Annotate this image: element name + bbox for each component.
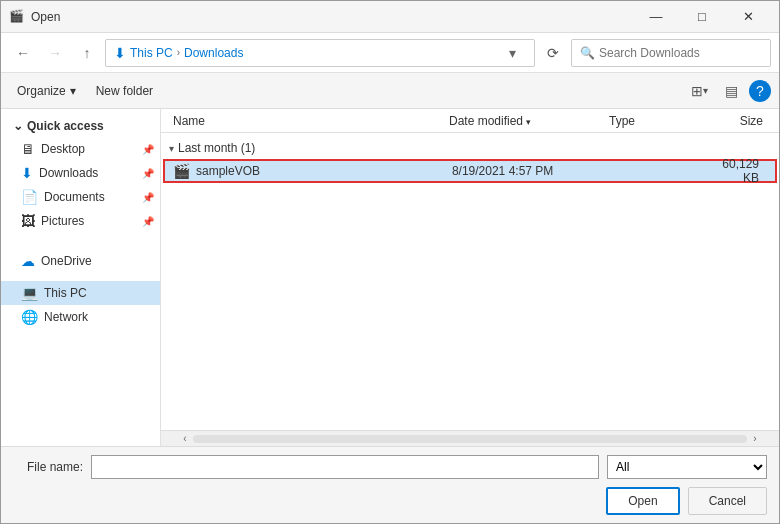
downloads-label: Downloads — [39, 166, 98, 180]
main-content: ⌄ Quick access 🖥 Desktop 📌 ⬇ Downloads 📌… — [1, 109, 779, 446]
close-button[interactable]: ✕ — [725, 1, 771, 33]
filetype-select[interactable]: All — [607, 455, 767, 479]
address-bar-icon: ⬇ — [114, 45, 126, 61]
sidebar-item-thispc[interactable]: 💻 This PC — [1, 281, 160, 305]
address-path: This PC › Downloads — [130, 46, 494, 60]
file-size-samplevob: 60,129 KB — [722, 157, 767, 185]
file-icon-samplevob: 🎬 — [173, 163, 190, 179]
hscroll-left-button[interactable]: ‹ — [177, 431, 193, 447]
window-title: Open — [31, 10, 60, 24]
search-input[interactable] — [599, 46, 762, 60]
desktop-icon: 🖥 — [21, 141, 35, 157]
onedrive-label: OneDrive — [41, 254, 92, 268]
organize-arrow: ▾ — [70, 84, 76, 98]
thispc-label: This PC — [44, 286, 87, 300]
sidebar-item-network[interactable]: 🌐 Network — [1, 305, 160, 329]
column-header: Name Date modified ▾ Type Size — [161, 109, 779, 133]
filetype-select-wrapper: All — [607, 455, 767, 479]
path-root[interactable]: This PC — [130, 46, 173, 60]
toolbar: Organize ▾ New folder ⊞ ▾ ▤ ? — [1, 73, 779, 109]
view-icon: ⊞ — [691, 83, 703, 99]
search-box: 🔍 — [571, 39, 771, 67]
sidebar-item-onedrive[interactable]: ☁ OneDrive — [1, 249, 160, 273]
open-button[interactable]: Open — [606, 487, 679, 515]
new-folder-button[interactable]: New folder — [88, 78, 161, 104]
sidebar-item-pictures[interactable]: 🖼 Pictures 📌 — [1, 209, 160, 233]
view-toggle-button[interactable]: ⊞ ▾ — [685, 78, 713, 104]
hscroll-track[interactable] — [193, 435, 747, 443]
help-button[interactable]: ? — [749, 80, 771, 102]
title-bar: 🎬 Open — □ ✕ — [1, 1, 779, 33]
file-list: ▾ Last month (1) 🎬 sampleVOB 8/19/2021 4… — [161, 133, 779, 430]
quick-access-header: ⌄ Quick access — [1, 113, 160, 137]
col-size-header[interactable]: Size — [729, 114, 771, 128]
hscroll-right-button[interactable]: › — [747, 431, 763, 447]
sidebar-item-downloads[interactable]: ⬇ Downloads 📌 — [1, 161, 160, 185]
group-header-last-month: ▾ Last month (1) — [161, 137, 779, 159]
path-separator: › — [177, 47, 180, 58]
refresh-button[interactable]: ⟳ — [539, 39, 567, 67]
nav-bar: ← → ↑ ⬇ This PC › Downloads ▾ ⟳ 🔍 — [1, 33, 779, 73]
horizontal-scrollbar: ‹ › — [161, 430, 779, 446]
organize-label: Organize — [17, 84, 66, 98]
title-bar-left: 🎬 Open — [9, 9, 60, 25]
filename-row: File name: All — [13, 455, 767, 479]
view-dropdown-arrow: ▾ — [703, 85, 708, 96]
pictures-icon: 🖼 — [21, 213, 35, 229]
file-name-samplevob: sampleVOB — [196, 164, 452, 178]
pin-icon-desktop: 📌 — [142, 144, 154, 155]
search-icon: 🔍 — [580, 46, 595, 60]
cancel-button[interactable]: Cancel — [688, 487, 767, 515]
quick-access-arrow: ⌄ — [13, 119, 23, 133]
bottom-area: File name: All Open Cancel — [1, 446, 779, 523]
organize-button[interactable]: Organize ▾ — [9, 78, 84, 104]
pictures-label: Pictures — [41, 214, 84, 228]
button-row: Open Cancel — [13, 487, 767, 515]
toolbar-right: ⊞ ▾ ▤ ? — [685, 78, 771, 104]
address-dropdown-button[interactable]: ▾ — [498, 39, 526, 67]
group-label: Last month (1) — [178, 141, 255, 155]
filename-label: File name: — [13, 460, 83, 474]
sidebar-divider-2 — [1, 241, 160, 249]
app-icon: 🎬 — [9, 9, 25, 25]
up-button[interactable]: ↑ — [73, 39, 101, 67]
title-bar-controls: — □ ✕ — [633, 1, 771, 33]
thispc-icon: 💻 — [21, 285, 38, 301]
path-current[interactable]: Downloads — [184, 46, 243, 60]
pin-icon-documents: 📌 — [142, 192, 154, 203]
documents-icon: 📄 — [21, 189, 38, 205]
pin-icon-pictures: 📌 — [142, 216, 154, 227]
forward-button[interactable]: → — [41, 39, 69, 67]
layout-button[interactable]: ▤ — [717, 78, 745, 104]
col-date-header[interactable]: Date modified ▾ — [449, 114, 609, 128]
new-folder-label: New folder — [96, 84, 153, 98]
file-area: Name Date modified ▾ Type Size ▾ Last mo… — [161, 109, 779, 446]
network-label: Network — [44, 310, 88, 324]
sidebar-divider-1 — [1, 233, 160, 241]
sidebar-item-documents[interactable]: 📄 Documents 📌 — [1, 185, 160, 209]
open-dialog: 🎬 Open — □ ✕ ← → ↑ ⬇ This PC › Downloads… — [0, 0, 780, 524]
file-date-samplevob: 8/19/2021 4:57 PM — [452, 164, 607, 178]
documents-label: Documents — [44, 190, 105, 204]
maximize-button[interactable]: □ — [679, 1, 725, 33]
sidebar: ⌄ Quick access 🖥 Desktop 📌 ⬇ Downloads 📌… — [1, 109, 161, 446]
col-type-header[interactable]: Type — [609, 114, 729, 128]
filename-input[interactable] — [91, 455, 599, 479]
sidebar-divider-3 — [1, 273, 160, 281]
address-bar: ⬇ This PC › Downloads ▾ — [105, 39, 535, 67]
back-button[interactable]: ← — [9, 39, 37, 67]
col-name-header[interactable]: Name — [169, 114, 449, 128]
desktop-label: Desktop — [41, 142, 85, 156]
quick-access-label: Quick access — [27, 119, 104, 133]
network-icon: 🌐 — [21, 309, 38, 325]
file-row-samplevob[interactable]: 🎬 sampleVOB 8/19/2021 4:57 PM 60,129 KB — [163, 159, 777, 183]
sidebar-item-desktop[interactable]: 🖥 Desktop 📌 — [1, 137, 160, 161]
pin-icon-downloads: 📌 — [142, 168, 154, 179]
downloads-icon: ⬇ — [21, 165, 33, 181]
onedrive-icon: ☁ — [21, 253, 35, 269]
minimize-button[interactable]: — — [633, 1, 679, 33]
group-arrow[interactable]: ▾ — [169, 143, 174, 154]
